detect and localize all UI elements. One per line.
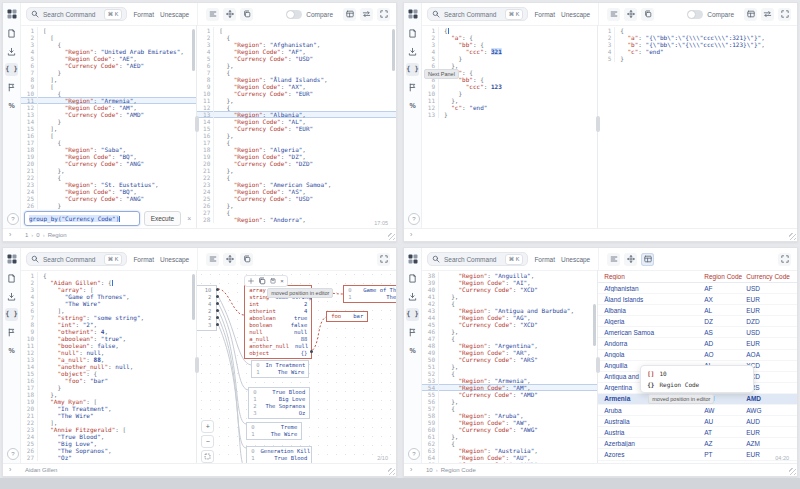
flag-icon[interactable]	[406, 81, 419, 94]
column-header[interactable]: Region	[598, 273, 704, 280]
column-header[interactable]: Currency Code	[746, 273, 797, 280]
pane-divider-handle[interactable]	[195, 116, 199, 132]
fullscreen-icon-button[interactable]	[778, 8, 791, 21]
path-popup-item[interactable]: []10	[641, 368, 753, 379]
save-icon[interactable]	[270, 278, 276, 284]
resize-grip[interactable]	[388, 468, 395, 475]
move-icon-button[interactable]	[624, 253, 637, 266]
breadcrumb-segment[interactable]: Region Code	[441, 467, 476, 473]
collapse-icon[interactable]: ›	[9, 231, 11, 238]
table-row[interactable]: AfghanistanAFUSD	[598, 283, 797, 294]
fullscreen-icon-button[interactable]	[778, 253, 791, 266]
json-editor[interactable]: 1{2 "Aidan Gillen": {3 "array": [4 "Game…	[21, 270, 196, 463]
fullscreen-icon-button[interactable]	[377, 8, 390, 21]
table-icon-button[interactable]	[744, 8, 757, 21]
table-row[interactable]: AustriaATEUR	[598, 427, 797, 438]
align-icon-button[interactable]	[607, 253, 620, 266]
document-icon[interactable]	[406, 27, 419, 40]
move-icon-button[interactable]	[624, 8, 637, 21]
table-row[interactable]: AlbaniaALEUR	[598, 305, 797, 316]
braces-icon[interactable]: { }	[406, 308, 419, 321]
collapse-icon[interactable]: ›	[410, 231, 412, 238]
query-input[interactable]: group_by("Currency Code")	[24, 211, 140, 226]
swap-icon-button[interactable]	[761, 8, 774, 21]
array-list-node[interactable]: 0Generation Kill1True Blood	[246, 446, 312, 463]
search-command-input[interactable]: Search Command⌘ K	[26, 252, 127, 266]
pane-divider-handle[interactable]	[195, 357, 199, 373]
table-row[interactable]: Åland IslandsAXEUR	[598, 294, 797, 305]
unescape-button[interactable]: Unescape	[561, 11, 590, 18]
format-button[interactable]: Format	[133, 11, 154, 18]
query-close-button[interactable]: ×	[185, 215, 193, 222]
search-command-input[interactable]: Search Command⌘ K	[427, 7, 528, 21]
move-icon-button[interactable]	[223, 253, 236, 266]
path-popup-item[interactable]: {}Region Code	[641, 379, 753, 390]
array-list-node[interactable]: 0True Blood1Big Love2The Sopranos3Oz	[248, 387, 310, 419]
scrollbar-thumb[interactable]	[392, 29, 395, 71]
fullscreen-icon-button[interactable]	[377, 253, 390, 266]
flag-icon[interactable]	[406, 326, 419, 339]
resize-grip[interactable]	[388, 233, 395, 240]
percent-icon[interactable]: %	[406, 99, 419, 112]
array-values-node[interactable]: 0Game of Th1The	[343, 285, 396, 303]
copy-icon-button[interactable]	[641, 8, 654, 21]
format-button[interactable]: Format	[534, 11, 555, 18]
search-command-input[interactable]: Search Command⌘ K	[427, 252, 528, 266]
copy-icon-button[interactable]	[240, 253, 253, 266]
graph-canvas[interactable]: 1024223×arraystringsome stringint2otheri…	[197, 270, 396, 463]
unescape-button[interactable]: Unescape	[160, 11, 189, 18]
column-header[interactable]: Region Code	[704, 273, 746, 280]
scrollbar-thumb[interactable]	[192, 29, 195, 71]
flag-icon[interactable]	[5, 326, 18, 339]
pane-divider-handle[interactable]	[596, 357, 600, 373]
document-icon[interactable]	[406, 272, 419, 285]
scrollbar-thumb[interactable]	[593, 304, 596, 346]
help-icon[interactable]: ?	[408, 448, 420, 460]
swap-icon-button[interactable]	[360, 8, 373, 21]
percent-icon[interactable]: %	[5, 344, 18, 357]
drag-icon[interactable]	[248, 278, 254, 284]
compare-toggle[interactable]	[687, 10, 703, 19]
import-icon[interactable]	[406, 45, 419, 58]
unescape-button[interactable]: Unescape	[561, 256, 590, 263]
table-row[interactable]: ArubaAWAWG	[598, 405, 797, 416]
json-editor[interactable]: 1[2 [3 {4 "Region": "United Arab Emirate…	[21, 25, 196, 209]
percent-icon[interactable]: %	[406, 344, 419, 357]
document-icon[interactable]	[5, 27, 18, 40]
table-row[interactable]: AndorraADEUR	[598, 338, 797, 349]
collapse-icon[interactable]: ›	[9, 466, 11, 473]
table-row[interactable]: AzoresPTEUR	[598, 449, 797, 460]
array-list-node[interactable]: 0Treme1The Wire	[246, 422, 302, 440]
flag-icon[interactable]	[5, 81, 18, 94]
resize-grip[interactable]	[789, 468, 796, 475]
breadcrumb-segment[interactable]: 1	[25, 232, 28, 238]
execute-button[interactable]: Execute	[144, 211, 182, 226]
pane-divider-handle[interactable]	[596, 116, 600, 132]
import-icon[interactable]	[5, 45, 18, 58]
breadcrumb-segment[interactable]: 0	[36, 232, 39, 238]
copy-icon[interactable]	[258, 277, 266, 285]
table-row[interactable]: AzerbaijanAZAZM	[598, 438, 797, 449]
json-editor[interactable]: 1{2 "a": {3 "bb": {4 "ccc": 3215 }6 },7 …	[422, 25, 597, 228]
table-row[interactable]: AlgeriaDZDZD	[598, 316, 797, 327]
percent-icon[interactable]: %	[5, 99, 18, 112]
align-icon-button[interactable]	[206, 253, 219, 266]
braces-icon[interactable]: { }	[406, 63, 419, 76]
copy-icon-button[interactable]	[240, 8, 253, 21]
array-list-node[interactable]: 0In Treatment1The Wire	[251, 360, 309, 378]
table-icon-button[interactable]	[641, 253, 654, 266]
align-icon-button[interactable]	[206, 8, 219, 21]
fit-view-icon[interactable]	[201, 450, 214, 463]
zoom-in-icon[interactable]: +	[201, 420, 214, 433]
foo-bar-node[interactable]: foobar	[326, 311, 368, 322]
json-editor[interactable]: 1[2 {3 "Region": "Afghanistan",4 "Region…	[197, 25, 396, 228]
import-icon[interactable]	[406, 290, 419, 303]
collapse-icon[interactable]: ›	[410, 466, 412, 473]
align-icon-button[interactable]	[607, 8, 620, 21]
braces-icon[interactable]: { }	[5, 63, 18, 76]
root-object-node[interactable]: 1024223	[197, 285, 217, 331]
search-command-input[interactable]: Search Command⌘ K	[26, 7, 127, 21]
braces-icon[interactable]: { }	[5, 308, 18, 321]
close-icon[interactable]: ×	[280, 278, 284, 284]
table-row[interactable]: AustraliaAUAUD	[598, 416, 797, 427]
